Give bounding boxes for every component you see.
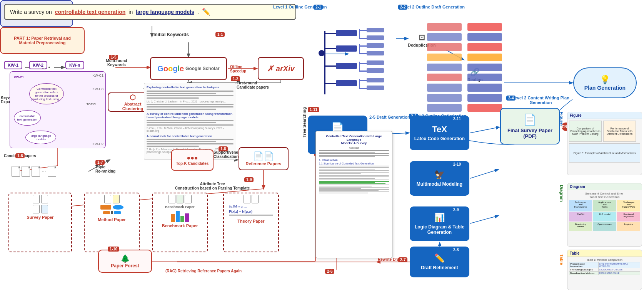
query-prefix: Write a survey on [10,9,52,15]
attr-tree-label: Attribute TreeConstruction based on Pars… [175,182,250,190]
candidate-papers-row: ··· [12,164,88,179]
level2-content-label: Level 2 Content Writing Plan Generation [507,96,574,105]
badge-2-7: 2-7 [398,257,407,262]
query-middle: in [128,9,133,15]
table-panel: Table Table 1: Methods Comparison Prompt… [567,250,642,290]
mini-doc-2 [22,166,30,177]
mini-doc-3 [32,166,40,177]
bar-area [425,21,464,114]
badge-2-1: 2-1 [314,5,323,10]
svg-line-35 [470,216,498,223]
badge-1-6: 1-6 [15,153,25,158]
plan-gen-box: 💡 Plan Generation [573,67,637,98]
query-ctg: controllable text generation [55,9,126,15]
multiround-label: Multi-roundKeywords [99,59,134,67]
kw-dots: ··· [42,65,46,71]
level2-draft-label: Level 2 Outline Draft Generation [400,5,465,9]
kw-cloud: KW-C1 KW-C3 KW-C2 Controlled textgenerat… [10,71,106,148]
figure-side-label: Figure [559,112,564,125]
table-side-label: Table [559,254,564,265]
diagram-side-label: Diagram [559,185,564,202]
svg-line-30 [470,127,499,133]
badge-2-6: 2-6 [325,269,334,274]
rag-label: (RAG) Retrieving Reference Papers Again [165,269,242,273]
badge-1-7: 1-7 [95,160,105,165]
supportiveness-label: SupportivenessClassification [214,150,242,159]
query-box: Write a survey on controllable text gene… [4,4,296,20]
mini-doc-last [48,166,56,177]
google-scholar-box: Google Google Scholar [150,57,227,80]
badge-2-10: 2-10 [451,162,463,167]
doc-ellipsis: ··· [42,168,46,175]
survey-doc: Controlled Text Generation with Large La… [315,131,392,258]
figure-header: Figure [567,112,642,119]
query-llm: large language models [136,9,194,15]
logic-diagram-box: 📊 Logic Diagram & Table Generation [410,206,469,241]
diagram-panel: Diagram Sentiment Control and Emo-tional… [567,183,642,247]
pencil-icon: ✏️ [202,8,210,16]
topic-reranking-label: TopicRe-ranking [95,165,115,173]
kwn-box: KW-n [65,61,84,69]
query-suffix: . [197,9,199,15]
badge-1-10: 1-10 [108,247,119,252]
table-header: Table [567,250,642,257]
badge-2-11: 2-11 [451,116,463,121]
badge-2-2: 2-2 [398,5,407,10]
method-paper-box: Method Paper [84,193,140,252]
badge-2-9: 2-9 [451,207,460,212]
svg-point-6 [48,67,50,68]
paper-forest-box: 🌲 Paper Forest [98,250,152,273]
mini-doc-1 [12,166,20,177]
first-round-label: First-roundCandidate papers [237,81,269,89]
badge-2-4: 2-4 [506,96,516,101]
figure-content: Comparison of Prompting Approaches in Ma… [567,119,642,164]
ref-papers-box: 📄📄 Reference Papers [239,147,289,170]
final-survey-box: 📄 Final Survey Paper (PDF) [500,108,560,144]
gs-scholar-text: Google Scholar [185,66,220,71]
kw1-box: KW-1 [4,61,22,69]
survey-paper-box: Survey Paper [8,193,72,252]
table-content: Table 1: Methods Comparison Prompt-based… [567,257,642,277]
offline-speedup-label: OfflineSpeedup [230,65,246,73]
theory-paper-box: ∂L/∂θ = Σ ... P(x|z) = N(μ,σ) Theory Pap… [223,193,279,252]
badge-1-1: 1-1 [215,32,225,37]
badge-1-11: 1-11 [308,107,319,112]
topk-box: ●●● Top-K Candidates [171,149,214,171]
arxiv-box: ✗ arXiv [258,57,304,80]
survey-doc-title: Controlled Text Generation with Large La… [319,134,389,145]
badge-2-8: 2-8 [451,247,460,252]
svg-line-33 [470,169,498,178]
initial-keywords-label: Initial Keywords [153,32,189,37]
outline-tree [315,15,392,102]
draft-gen-label: 2-5 Draft Generation [369,115,410,119]
diagram-content: Sentiment Control and Emo-tional Text Ge… [567,190,642,233]
abstract-clustering-label: AbstractClustering [122,102,143,111]
outline-colored [465,21,504,114]
part1-box: PART 1: Paper Retrieval and Material Pre… [0,27,85,54]
tree-searching-label: Tree Searching [302,107,307,138]
figure-panel: Figure Comparison of Prompting Approache… [567,112,642,175]
benchmark-paper-box: Benchmark Paper Benchmark Paper [152,193,208,252]
diagram-header: Diagram [567,183,642,190]
